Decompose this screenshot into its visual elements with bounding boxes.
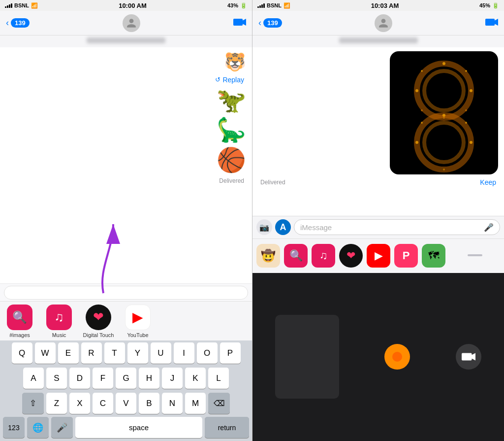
key-return[interactable]: return bbox=[205, 417, 249, 438]
svg-point-8 bbox=[421, 109, 423, 111]
svg-point-5 bbox=[470, 89, 472, 92]
emoji-partial-top: 🐯 bbox=[224, 52, 246, 72]
music-icon-circle: ♫ bbox=[46, 305, 72, 330]
key-K[interactable]: K bbox=[185, 368, 206, 389]
svg-point-12 bbox=[424, 123, 464, 162]
digital-touch-label: Digital Touch bbox=[83, 332, 114, 338]
music-label: Music bbox=[52, 332, 66, 338]
video-call-button-left[interactable] bbox=[233, 18, 246, 29]
app-icon-digital-touch[interactable]: ❤ Digital Touch bbox=[79, 305, 118, 338]
svg-point-4 bbox=[465, 70, 467, 72]
app-icon-images[interactable]: 🔍 #images bbox=[0, 305, 39, 338]
strip-icon-digital-touch[interactable]: ❤ bbox=[339, 244, 363, 268]
key-space[interactable]: space bbox=[75, 417, 202, 438]
key-B[interactable]: B bbox=[139, 393, 159, 414]
key-E[interactable]: E bbox=[58, 342, 79, 364]
key-M[interactable]: M bbox=[185, 393, 206, 414]
key-F[interactable]: F bbox=[93, 368, 113, 389]
key-L[interactable]: L bbox=[208, 368, 229, 389]
record-inner bbox=[392, 352, 402, 362]
key-P[interactable]: P bbox=[220, 342, 241, 364]
carrier-right: BSNL bbox=[267, 2, 282, 8]
key-Q[interactable]: Q bbox=[12, 342, 32, 364]
right-bottom-area bbox=[252, 273, 504, 441]
avatar-left bbox=[123, 14, 140, 32]
svg-point-15 bbox=[470, 141, 472, 144]
time-left: 10:00 AM bbox=[119, 2, 147, 9]
key-I[interactable]: I bbox=[174, 342, 194, 364]
replay-button[interactable]: ↺ Replay bbox=[215, 76, 244, 84]
strip-icon-images[interactable]: 🔍 bbox=[284, 244, 308, 268]
youtube-icon: ▶ bbox=[132, 309, 143, 325]
key-N[interactable]: N bbox=[162, 393, 183, 414]
contact-name-blurred-right bbox=[339, 37, 418, 43]
strip-icon-music[interactable]: ♫ bbox=[312, 244, 335, 268]
images-icon-circle: 🔍 bbox=[7, 305, 32, 330]
key-U[interactable]: U bbox=[151, 342, 171, 364]
keyboard-row-1: Q W E R T Y U I O P bbox=[0, 340, 252, 366]
facetime-button[interactable] bbox=[456, 344, 481, 370]
key-J[interactable]: J bbox=[162, 368, 183, 389]
delivered-text-right: Delivered bbox=[260, 179, 285, 186]
strip-icon-p[interactable]: P bbox=[394, 244, 418, 268]
left-messages-area: 🐯 ↺ Replay 🦖 🦕 🏀 Delivered bbox=[0, 47, 252, 301]
key-O[interactable]: O bbox=[197, 342, 218, 364]
right-messages-area: Delivered Keep bbox=[252, 47, 504, 216]
trex-emoji: 🦖 bbox=[217, 88, 246, 114]
key-A[interactable]: A bbox=[23, 368, 44, 389]
key-T[interactable]: T bbox=[104, 342, 125, 364]
digital-touch-icon-circle: ❤ bbox=[86, 305, 111, 330]
avatar-right bbox=[375, 14, 392, 32]
key-globe[interactable]: 🌐 bbox=[27, 417, 49, 438]
left-phone-panel: BSNL 📶 10:00 AM 43% 🔋 ‹ 139 🐯 bbox=[0, 0, 252, 441]
contact-name-bar-right bbox=[252, 35, 504, 47]
right-nav-bar: ‹ 139 bbox=[252, 11, 504, 35]
key-D[interactable]: D bbox=[69, 368, 90, 389]
youtube-label: YouTube bbox=[127, 332, 148, 338]
key-mic[interactable]: 🎤 bbox=[51, 417, 73, 438]
video-call-button-right[interactable] bbox=[485, 18, 498, 29]
camera-button[interactable]: 📷 bbox=[256, 219, 272, 235]
brachi-emoji: 🦕 bbox=[217, 117, 246, 143]
svg-point-14 bbox=[465, 122, 467, 124]
key-V[interactable]: V bbox=[116, 393, 136, 414]
key-R[interactable]: R bbox=[81, 342, 102, 364]
appstore-button[interactable]: A bbox=[275, 219, 291, 235]
signal-bars-left bbox=[5, 3, 12, 8]
svg-point-16 bbox=[443, 169, 445, 170]
key-Z[interactable]: Z bbox=[46, 393, 67, 414]
right-phone-panel: BSNL 📶 10:03 AM 45% 🔋 ‹ 139 bbox=[252, 0, 504, 441]
app-icon-youtube[interactable]: ▶ YouTube bbox=[118, 305, 158, 338]
key-W[interactable]: W bbox=[35, 342, 56, 364]
strip-icon-maps[interactable]: 🗺 bbox=[422, 244, 445, 268]
key-numbers[interactable]: 123 bbox=[3, 417, 25, 438]
key-H[interactable]: H bbox=[139, 368, 159, 389]
scroll-indicator-container bbox=[449, 252, 500, 259]
imessage-input[interactable]: iMessage 🎤 bbox=[294, 219, 500, 235]
right-status-bar: BSNL 📶 10:03 AM 45% 🔋 bbox=[252, 0, 504, 11]
key-G[interactable]: G bbox=[116, 368, 136, 389]
svg-point-13 bbox=[442, 114, 445, 117]
key-S[interactable]: S bbox=[46, 368, 67, 389]
music-icon: ♫ bbox=[54, 309, 64, 325]
keyboard-row-2: A S D F G H J K L bbox=[0, 366, 252, 391]
key-X[interactable]: X bbox=[69, 393, 90, 414]
key-shift[interactable]: ⇧ bbox=[22, 393, 44, 414]
youtube-icon-circle: ▶ bbox=[125, 305, 151, 330]
basketball-emoji: 🏀 bbox=[217, 147, 246, 173]
back-button-right[interactable]: ‹ 139 bbox=[258, 18, 282, 28]
strip-icon-emoji[interactable]: 🤠 bbox=[256, 244, 280, 268]
key-backspace[interactable]: ⌫ bbox=[208, 393, 230, 414]
message-count-badge-right: 139 bbox=[263, 18, 282, 28]
record-button[interactable] bbox=[384, 344, 410, 370]
key-Y[interactable]: Y bbox=[127, 342, 148, 364]
partial-input-left bbox=[0, 283, 252, 301]
keep-button[interactable]: Keep bbox=[480, 178, 496, 186]
back-button-left[interactable]: ‹ 139 bbox=[6, 18, 30, 28]
sparkle-image-bubble bbox=[390, 51, 498, 174]
imessage-placeholder: iMessage bbox=[300, 223, 332, 232]
strip-icon-youtube[interactable]: ▶ bbox=[367, 244, 390, 268]
key-C[interactable]: C bbox=[93, 393, 113, 414]
left-status-bar: BSNL 📶 10:00 AM 43% 🔋 bbox=[0, 0, 252, 11]
app-icon-music[interactable]: ♫ Music bbox=[39, 305, 79, 338]
